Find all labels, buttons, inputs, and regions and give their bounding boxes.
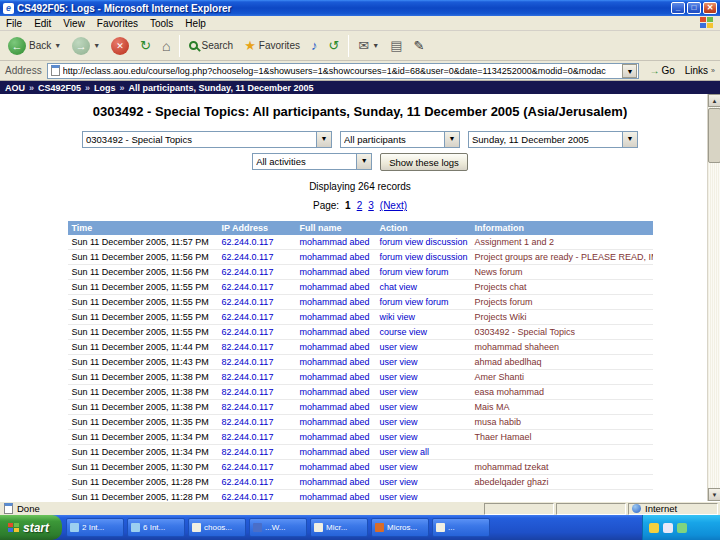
course-select[interactable]: 0303492 - Special Topics ▼ — [82, 131, 332, 148]
home-button[interactable]: ⌂ — [158, 37, 174, 55]
log-cell-ip[interactable]: 62.244.0.117 — [218, 280, 296, 295]
log-cell-name[interactable]: mohammad abed — [296, 340, 376, 355]
taskbar-window-button[interactable]: 2 Int... — [66, 518, 124, 537]
log-cell-ip[interactable]: 62.244.0.117 — [218, 295, 296, 310]
log-cell-action[interactable]: forum view forum — [376, 295, 471, 310]
mail-button[interactable]: ✉ ▼ — [354, 37, 383, 55]
log-cell-ip[interactable]: 82.244.0.117 — [218, 355, 296, 370]
stop-button[interactable]: ✕ — [107, 35, 133, 57]
log-cell-ip[interactable]: 82.244.0.117 — [218, 400, 296, 415]
log-cell-ip[interactable]: 62.244.0.117 — [218, 250, 296, 265]
edit-button[interactable]: ✎ — [410, 37, 429, 55]
log-cell-name[interactable]: mohammad abed — [296, 445, 376, 460]
show-logs-button[interactable]: Show these logs — [380, 153, 468, 171]
breadcrumb-item[interactable]: CS492F05 — [38, 83, 81, 93]
taskbar-window-button[interactable]: Micr... — [310, 518, 368, 537]
log-cell-info[interactable]: Mais MA — [471, 400, 653, 415]
log-cell-action[interactable]: user view — [376, 370, 471, 385]
log-cell-action[interactable]: user view — [376, 355, 471, 370]
log-cell-ip[interactable]: 62.244.0.117 — [218, 490, 296, 502]
menu-tools[interactable]: Tools — [150, 18, 173, 29]
scroll-up-button[interactable]: ▲ — [708, 94, 720, 107]
log-cell-info[interactable]: 0303492 - Special Topics — [471, 325, 653, 340]
minimize-button[interactable]: _ — [671, 2, 685, 14]
log-cell-ip[interactable]: 82.244.0.117 — [218, 370, 296, 385]
vertical-scrollbar[interactable]: ▲ ▼ — [707, 94, 720, 501]
window-titlebar[interactable]: e CS492F05: Logs - Microsoft Internet Ex… — [0, 0, 720, 16]
log-cell-info[interactable]: mohammad shaheen — [471, 340, 653, 355]
log-cell-info[interactable]: Projects chat — [471, 280, 653, 295]
log-cell-name[interactable]: mohammad abed — [296, 265, 376, 280]
log-cell-info[interactable]: News forum — [471, 265, 653, 280]
log-cell-action[interactable]: user view all — [376, 445, 471, 460]
log-cell-info[interactable]: Thaer Hamael — [471, 430, 653, 445]
favorites-button[interactable]: ★ Favorites — [240, 37, 304, 55]
log-cell-ip[interactable]: 82.244.0.117 — [218, 415, 296, 430]
log-cell-action[interactable]: chat view — [376, 280, 471, 295]
log-cell-name[interactable]: mohammad abed — [296, 295, 376, 310]
log-cell-info[interactable]: abedelqader ghazi — [471, 475, 653, 490]
taskbar-window-button[interactable]: ... — [432, 518, 490, 537]
address-input[interactable]: http://eclass.aou.edu/course/log.php?cho… — [47, 63, 640, 79]
pagination-link[interactable]: 2 — [357, 200, 363, 211]
log-cell-info[interactable]: Project groups are ready - PLEASE READ, … — [471, 250, 653, 265]
log-cell-info[interactable]: easa mohammad — [471, 385, 653, 400]
breadcrumb-item[interactable]: Logs — [94, 83, 116, 93]
maximize-button[interactable]: □ — [687, 2, 701, 14]
date-select[interactable]: Sunday, 11 December 2005 ▼ — [468, 131, 638, 148]
address-dropdown-button[interactable]: ▼ — [622, 64, 637, 78]
links-label[interactable]: Links — [685, 65, 708, 76]
taskbar-window-button[interactable]: 6 Int... — [127, 518, 185, 537]
log-cell-name[interactable]: mohammad abed — [296, 235, 376, 250]
log-cell-name[interactable]: mohammad abed — [296, 280, 376, 295]
log-cell-info[interactable]: mohammad tzekat — [471, 460, 653, 475]
menu-edit[interactable]: Edit — [34, 18, 51, 29]
log-cell-ip[interactable]: 62.244.0.117 — [218, 475, 296, 490]
log-cell-action[interactable]: course view — [376, 325, 471, 340]
log-cell-action[interactable]: user view — [376, 415, 471, 430]
log-cell-name[interactable]: mohammad abed — [296, 400, 376, 415]
log-cell-ip[interactable]: 82.244.0.117 — [218, 430, 296, 445]
log-cell-name[interactable]: mohammad abed — [296, 430, 376, 445]
menu-help[interactable]: Help — [185, 18, 206, 29]
tray-icon[interactable] — [649, 523, 659, 533]
back-button[interactable]: ← Back ▼ — [4, 35, 65, 57]
taskbar-window-button[interactable]: ...W... — [249, 518, 307, 537]
refresh-button[interactable]: ↻ — [136, 37, 155, 55]
log-cell-ip[interactable]: 62.244.0.117 — [218, 460, 296, 475]
start-button[interactable]: start — [0, 515, 62, 540]
pagination-link[interactable]: 3 — [368, 200, 374, 211]
close-button[interactable]: ✕ — [703, 2, 717, 14]
log-cell-action[interactable]: forum view discussion — [376, 250, 471, 265]
log-cell-info[interactable]: Amer Shanti — [471, 370, 653, 385]
log-cell-name[interactable]: mohammad abed — [296, 475, 376, 490]
search-button[interactable]: Search — [185, 38, 237, 53]
log-cell-name[interactable]: mohammad abed — [296, 370, 376, 385]
log-cell-action[interactable]: forum view discussion — [376, 235, 471, 250]
print-button[interactable]: ▤ — [386, 37, 406, 55]
pagination-link[interactable]: (Next) — [380, 200, 407, 211]
log-cell-action[interactable]: user view — [376, 400, 471, 415]
log-cell-ip[interactable]: 82.244.0.117 — [218, 340, 296, 355]
log-cell-action[interactable]: user view — [376, 340, 471, 355]
log-cell-action[interactable]: user view — [376, 430, 471, 445]
log-cell-name[interactable]: mohammad abed — [296, 415, 376, 430]
log-cell-ip[interactable]: 82.244.0.117 — [218, 385, 296, 400]
log-cell-name[interactable]: mohammad abed — [296, 460, 376, 475]
go-button[interactable]: → Go — [644, 64, 679, 77]
menu-favorites[interactable]: Favorites — [97, 18, 138, 29]
log-cell-info[interactable]: Projects forum — [471, 295, 653, 310]
activities-select[interactable]: All activities ▼ — [252, 153, 372, 170]
log-cell-ip[interactable]: 62.244.0.117 — [218, 265, 296, 280]
menu-file[interactable]: File — [6, 18, 22, 29]
taskbar-window-button[interactable]: choos... — [188, 518, 246, 537]
log-cell-info[interactable]: Projects Wiki — [471, 310, 653, 325]
log-cell-action[interactable]: user view — [376, 460, 471, 475]
log-cell-name[interactable]: mohammad abed — [296, 355, 376, 370]
forward-button[interactable]: → ▼ — [68, 35, 104, 57]
log-cell-name[interactable]: mohammad abed — [296, 250, 376, 265]
participants-select[interactable]: All participants ▼ — [340, 131, 460, 148]
log-cell-ip[interactable]: 62.244.0.117 — [218, 325, 296, 340]
log-cell-action[interactable]: user view — [376, 490, 471, 502]
log-cell-ip[interactable]: 82.244.0.117 — [218, 445, 296, 460]
